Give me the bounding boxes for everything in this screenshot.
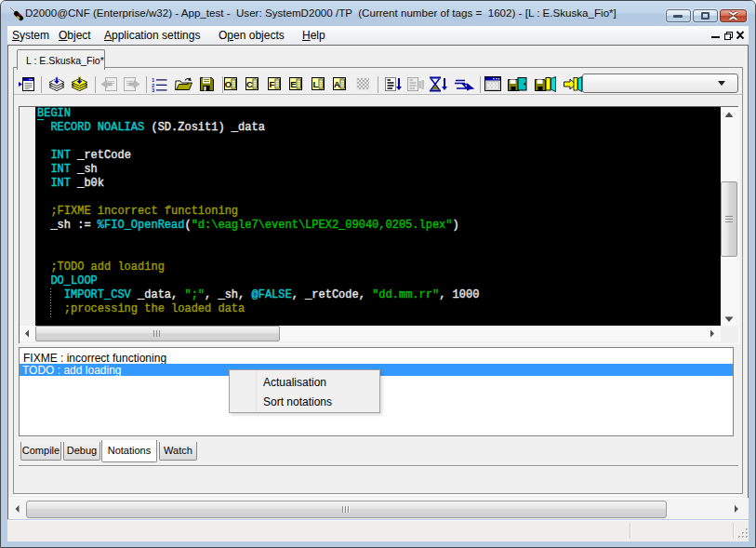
svg-text:O: O xyxy=(225,79,232,89)
svg-text:F: F xyxy=(270,79,275,89)
svg-text:E: E xyxy=(290,79,296,89)
svg-text:L: L xyxy=(313,79,319,89)
svg-text:3: 3 xyxy=(152,87,155,93)
svg-text:C: C xyxy=(246,79,253,89)
svg-text:A: A xyxy=(334,79,340,89)
